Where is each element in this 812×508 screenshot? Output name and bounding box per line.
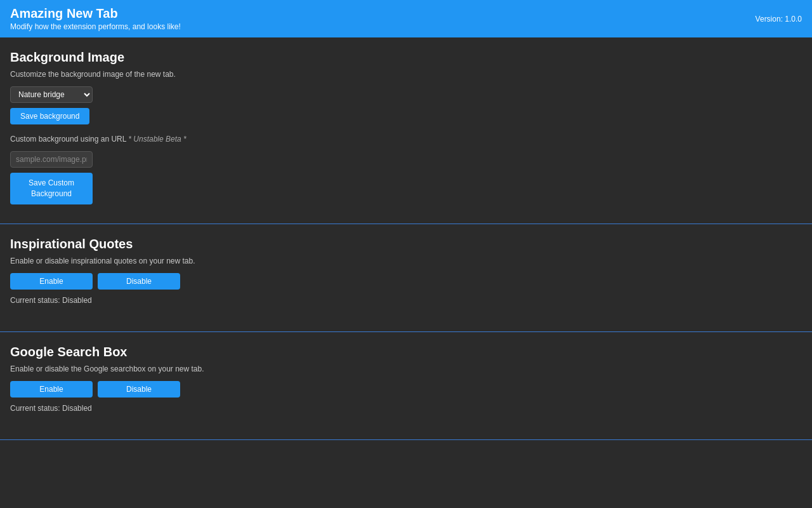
- app-title: Amazing New Tab: [10, 6, 181, 21]
- google-search-enable-button[interactable]: Enable: [10, 381, 93, 398]
- inspirational-quotes-section: Inspirational Quotes Enable or disable i…: [0, 224, 812, 332]
- custom-bg-beta: * Unstable Beta *: [128, 135, 186, 144]
- background-image-title: Background Image: [10, 50, 802, 65]
- google-search-box-title: Google Search Box: [10, 345, 802, 359]
- inspirational-quotes-status: Current status: Disabled: [10, 296, 802, 305]
- google-search-disable-button[interactable]: Disable: [98, 381, 180, 398]
- google-search-box-section: Google Search Box Enable or disable the …: [0, 332, 812, 440]
- inspirational-quotes-buttons: Enable Disable: [10, 273, 802, 290]
- save-background-button[interactable]: Save background: [10, 108, 89, 124]
- background-image-description: Customize the background image of the ne…: [10, 70, 802, 79]
- inspirational-quotes-enable-button[interactable]: Enable: [10, 273, 93, 290]
- save-custom-background-button[interactable]: Save Custom Background: [10, 173, 93, 204]
- version-label: Version: 1.0.0: [756, 15, 802, 23]
- custom-background-section: Custom background using an URL * Unstabl…: [10, 135, 802, 204]
- app-subtitle: Modify how the extension performs, and l…: [10, 22, 181, 31]
- custom-bg-label: Custom background using an URL * Unstabl…: [10, 135, 802, 144]
- background-image-section: Background Image Customize the backgroun…: [0, 37, 812, 224]
- inspirational-quotes-description: Enable or disable inspirational quotes o…: [10, 257, 802, 265]
- google-search-box-description: Enable or disable the Google searchbox o…: [10, 364, 802, 373]
- custom-bg-url-input[interactable]: [10, 151, 93, 168]
- background-image-dropdown[interactable]: Nature bridge City skyline Mountains Oce…: [10, 86, 93, 103]
- google-search-box-buttons: Enable Disable: [10, 381, 802, 398]
- app-header: Amazing New Tab Modify how the extension…: [0, 0, 812, 37]
- header-left: Amazing New Tab Modify how the extension…: [10, 6, 181, 31]
- inspirational-quotes-title: Inspirational Quotes: [10, 237, 802, 251]
- google-search-box-status: Current status: Disabled: [10, 404, 802, 413]
- inspirational-quotes-disable-button[interactable]: Disable: [98, 273, 180, 290]
